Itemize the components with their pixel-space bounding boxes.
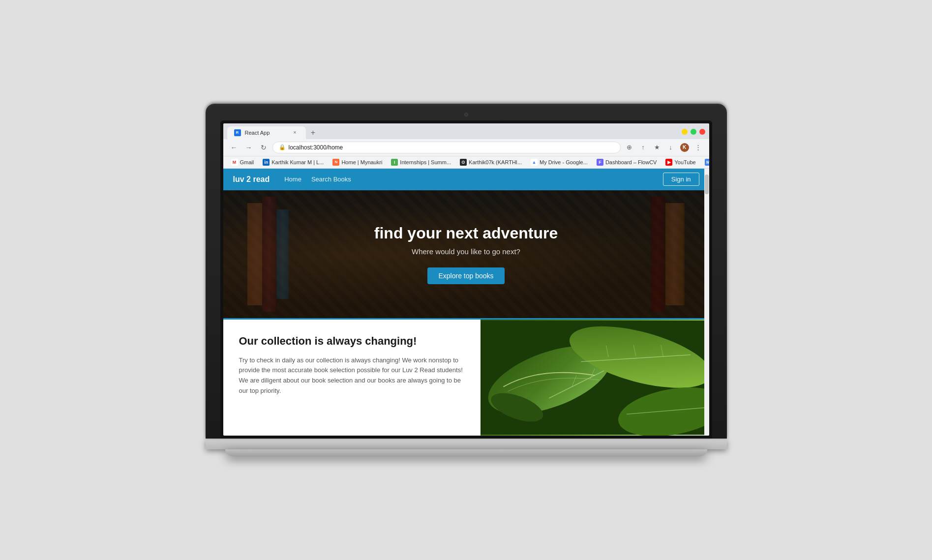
app-logo: luv 2 read bbox=[233, 175, 270, 184]
bookmark-button[interactable]: ★ bbox=[651, 142, 663, 153]
tab-favicon: R bbox=[234, 129, 241, 136]
screen-bezel: R React App × + bbox=[220, 120, 712, 439]
bookmark-github-label: Karthik07k (KARTHI... bbox=[469, 159, 522, 165]
bookmark-linkedin[interactable]: in Karthik Kumar M | L... bbox=[259, 158, 328, 167]
bookmark-mynaukri-favicon: N bbox=[332, 159, 339, 166]
url-text: localhost:3000/home bbox=[289, 144, 343, 151]
laptop-screen: R React App × + bbox=[223, 123, 709, 436]
scrollbar-thumb[interactable] bbox=[705, 175, 709, 194]
collection-text: Our collection is always changing! Try t… bbox=[223, 320, 481, 436]
ssl-lock-icon: 🔒 bbox=[279, 144, 286, 150]
laptop-lid: R React App × + bbox=[206, 104, 727, 439]
laptop-foot bbox=[225, 449, 707, 456]
hero-title: find your next adventure bbox=[374, 224, 558, 242]
bookmark-flowcv-favicon: F bbox=[597, 159, 603, 166]
browser-chrome: R React App × + bbox=[223, 123, 709, 169]
bookmark-internships-label: Internships | Summ... bbox=[400, 159, 451, 165]
back-button[interactable]: ← bbox=[228, 142, 240, 153]
profile-button[interactable]: K bbox=[679, 142, 691, 153]
bookmark-linkedin-favicon: in bbox=[263, 159, 270, 166]
tab-close-button[interactable]: × bbox=[291, 129, 299, 137]
laptop-shell: R React App × + bbox=[206, 104, 727, 456]
new-tab-button[interactable]: + bbox=[307, 126, 320, 139]
window-close-button[interactable] bbox=[699, 129, 705, 135]
bookmark-youtube-label: YouTube bbox=[674, 159, 695, 165]
download-button[interactable]: ↓ bbox=[665, 142, 677, 153]
browser-content: luv 2 read Home Search Books Sign in bbox=[223, 169, 709, 436]
bookmark-maps[interactable]: M Maps bbox=[701, 158, 709, 167]
bookmark-gmail-favicon: M bbox=[231, 159, 238, 166]
window-minimize-button[interactable] bbox=[682, 129, 688, 135]
bookmark-drive-favicon: ▲ bbox=[531, 159, 538, 166]
hero-subtitle: Where would you like to go next? bbox=[374, 247, 558, 256]
url-bar[interactable]: 🔒 localhost:3000/home bbox=[272, 142, 621, 153]
tab-title: React App bbox=[245, 130, 287, 136]
webcam-icon bbox=[464, 113, 468, 117]
bookmark-youtube[interactable]: ▶ YouTube bbox=[661, 158, 699, 167]
content-section: Our collection is always changing! Try t… bbox=[223, 318, 709, 436]
nav-link-home[interactable]: Home bbox=[284, 174, 301, 185]
tab-bar: R React App × + bbox=[223, 123, 709, 139]
leaf-svg bbox=[481, 320, 709, 436]
browser-actions: ⊕ ↑ ★ ↓ K ⋮ bbox=[624, 142, 704, 153]
bookmark-drive-label: My Drive - Google... bbox=[540, 159, 588, 165]
window-controls bbox=[682, 129, 705, 137]
webapp: luv 2 read Home Search Books Sign in bbox=[223, 169, 709, 436]
bookmark-gmail-label: Gmail bbox=[240, 159, 254, 165]
signin-button[interactable]: Sign in bbox=[663, 173, 699, 186]
bookmark-github-favicon: ⊙ bbox=[460, 159, 467, 166]
bookmark-linkedin-label: Karthik Kumar M | L... bbox=[271, 159, 324, 165]
bookmark-gmail[interactable]: M Gmail bbox=[227, 158, 258, 167]
app-nav-links: Home Search Books bbox=[284, 174, 663, 185]
collection-body: Try to check in daily as our collection … bbox=[239, 355, 465, 396]
app-navbar: luv 2 read Home Search Books Sign in bbox=[223, 169, 709, 190]
laptop-base bbox=[206, 439, 727, 449]
bookmark-flowcv[interactable]: F Dashboard – FlowCV bbox=[593, 158, 661, 167]
collection-heading: Our collection is always changing! bbox=[239, 334, 465, 349]
bookmark-drive[interactable]: ▲ My Drive - Google... bbox=[527, 158, 592, 167]
bookmark-internships-favicon: I bbox=[391, 159, 398, 166]
share-button[interactable]: ↑ bbox=[637, 142, 649, 153]
extensions-button[interactable]: ⊕ bbox=[624, 142, 635, 153]
bookmark-internships[interactable]: I Internships | Summ... bbox=[387, 158, 455, 167]
bookmark-github[interactable]: ⊙ Karthik07k (KARTHI... bbox=[456, 158, 526, 167]
bookmark-flowcv-label: Dashboard – FlowCV bbox=[605, 159, 657, 165]
bookmark-mynaukri[interactable]: N Home | Mynaukri bbox=[329, 158, 386, 167]
collection-image bbox=[481, 320, 709, 436]
hero-content: find your next adventure Where would you… bbox=[374, 224, 558, 284]
window-maximize-button[interactable] bbox=[691, 129, 696, 135]
nav-link-search[interactable]: Search Books bbox=[311, 174, 351, 185]
address-bar: ← → ↻ 🔒 localhost:3000/home ⊕ ↑ ★ ↓ bbox=[223, 139, 709, 156]
hero-section: find your next adventure Where would you… bbox=[223, 190, 709, 318]
bookmark-maps-favicon: M bbox=[705, 159, 709, 166]
refresh-button[interactable]: ↻ bbox=[258, 142, 270, 153]
bookmark-youtube-favicon: ▶ bbox=[665, 159, 672, 166]
active-tab[interactable]: R React App × bbox=[227, 126, 306, 139]
menu-button[interactable]: ⋮ bbox=[692, 142, 704, 153]
bookmarks-bar: M Gmail in Karthik Kumar M | L... N Home… bbox=[223, 156, 709, 168]
forward-button[interactable]: → bbox=[243, 142, 255, 153]
scrollbar-track[interactable] bbox=[704, 169, 709, 436]
bookmark-mynaukri-label: Home | Mynaukri bbox=[341, 159, 382, 165]
explore-books-button[interactable]: Explore top books bbox=[427, 267, 504, 284]
